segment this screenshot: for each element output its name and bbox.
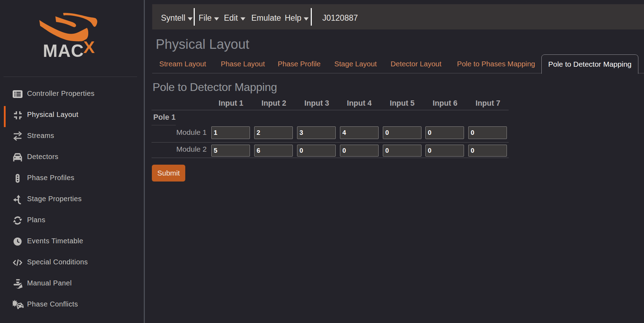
svg-text:MAC: MAC — [43, 41, 84, 60]
svg-text:X: X — [83, 38, 95, 57]
